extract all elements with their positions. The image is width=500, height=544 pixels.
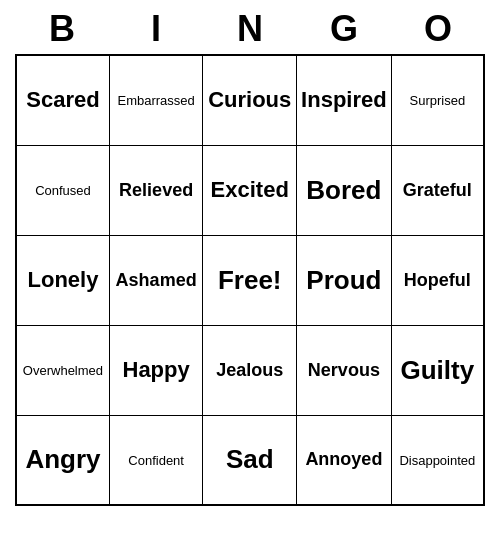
grid-cell: Confident xyxy=(109,415,202,505)
grid-cell: Happy xyxy=(109,325,202,415)
grid-cell: Free! xyxy=(203,235,297,325)
grid-cell: Bored xyxy=(297,145,392,235)
cell-text: Embarrassed xyxy=(117,93,194,108)
cell-text: Ashamed xyxy=(116,270,197,290)
cell-text: Nervous xyxy=(308,360,380,380)
grid-cell: Relieved xyxy=(109,145,202,235)
grid-cell: Guilty xyxy=(391,325,484,415)
bingo-grid: ScaredEmbarrassedCuriousInspiredSurprise… xyxy=(15,54,485,506)
cell-text: Jealous xyxy=(216,360,283,380)
cell-text: Disappointed xyxy=(399,453,475,468)
grid-cell: Jealous xyxy=(203,325,297,415)
header-letter: B xyxy=(15,8,109,50)
cell-text: Sad xyxy=(226,444,274,474)
cell-text: Proud xyxy=(306,265,381,295)
grid-cell: Inspired xyxy=(297,55,392,145)
cell-text: Confident xyxy=(128,453,184,468)
grid-cell: Grateful xyxy=(391,145,484,235)
table-row: OverwhelmedHappyJealousNervousGuilty xyxy=(16,325,484,415)
cell-text: Annoyed xyxy=(305,449,382,469)
grid-cell: Nervous xyxy=(297,325,392,415)
cell-text: Free! xyxy=(218,265,282,295)
cell-text: Guilty xyxy=(401,355,475,385)
grid-cell: Lonely xyxy=(16,235,109,325)
grid-cell: Angry xyxy=(16,415,109,505)
cell-text: Overwhelmed xyxy=(23,363,103,378)
cell-text: Angry xyxy=(25,444,100,474)
header-letter: O xyxy=(391,8,485,50)
grid-cell: Hopeful xyxy=(391,235,484,325)
cell-text: Grateful xyxy=(403,180,472,200)
cell-text: Inspired xyxy=(301,87,387,112)
bingo-header: BINGO xyxy=(15,8,485,50)
table-row: ScaredEmbarrassedCuriousInspiredSurprise… xyxy=(16,55,484,145)
grid-cell: Confused xyxy=(16,145,109,235)
cell-text: Lonely xyxy=(28,267,99,292)
table-row: AngryConfidentSadAnnoyedDisappointed xyxy=(16,415,484,505)
cell-text: Relieved xyxy=(119,180,193,200)
table-row: LonelyAshamedFree!ProudHopeful xyxy=(16,235,484,325)
grid-cell: Sad xyxy=(203,415,297,505)
header-letter: N xyxy=(203,8,297,50)
header-letter: I xyxy=(109,8,203,50)
grid-cell: Excited xyxy=(203,145,297,235)
grid-cell: Overwhelmed xyxy=(16,325,109,415)
header-letter: G xyxy=(297,8,391,50)
cell-text: Bored xyxy=(306,175,381,205)
grid-cell: Disappointed xyxy=(391,415,484,505)
grid-cell: Curious xyxy=(203,55,297,145)
cell-text: Confused xyxy=(35,183,91,198)
grid-cell: Annoyed xyxy=(297,415,392,505)
table-row: ConfusedRelievedExcitedBoredGrateful xyxy=(16,145,484,235)
grid-cell: Proud xyxy=(297,235,392,325)
grid-cell: Ashamed xyxy=(109,235,202,325)
cell-text: Happy xyxy=(123,357,190,382)
grid-cell: Surprised xyxy=(391,55,484,145)
cell-text: Hopeful xyxy=(404,270,471,290)
cell-text: Scared xyxy=(26,87,99,112)
cell-text: Surprised xyxy=(410,93,466,108)
cell-text: Curious xyxy=(208,87,291,112)
cell-text: Excited xyxy=(211,177,289,202)
grid-cell: Scared xyxy=(16,55,109,145)
grid-cell: Embarrassed xyxy=(109,55,202,145)
